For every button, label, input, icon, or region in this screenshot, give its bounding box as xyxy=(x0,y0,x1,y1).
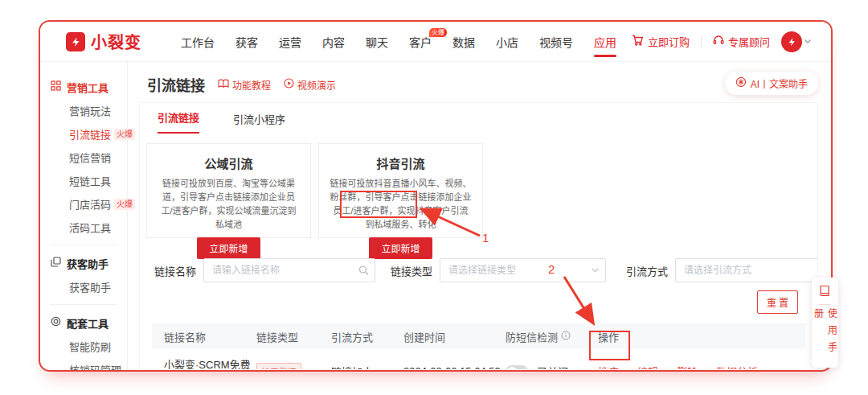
col-header-method: 引流方式 xyxy=(331,329,403,344)
sms-detection-toggle[interactable] xyxy=(506,365,528,370)
main-content: 引流链接 功能教程 视频演示 xyxy=(128,62,831,370)
delete-action[interactable]: 删除 xyxy=(677,364,698,369)
chevron-down-icon[interactable] xyxy=(591,268,600,274)
sidebar-section-marketing-tools[interactable]: 营销工具 xyxy=(40,75,127,99)
sidebar-divider xyxy=(50,245,117,245)
sidebar-item-livecode-tools[interactable]: 活码工具 xyxy=(40,216,127,239)
filter-method-label: 引流方式 xyxy=(626,263,668,278)
promo-cards: 公域引流 链接可投放到百度、淘宝等公域渠道，引导客户点击链接添加企业员工/进客户… xyxy=(140,134,817,238)
advisor-button[interactable]: 专属顾问 xyxy=(713,34,770,49)
copy-icon xyxy=(51,257,61,270)
info-icon[interactable] xyxy=(561,331,571,343)
promo-card-douyin-traffic: 抖音引流 链接可投放抖音直播小风车、视频、粉丝群，引导客户点击链接添加企业员工/… xyxy=(318,143,483,238)
order-now-button[interactable]: 立即订购 xyxy=(632,34,690,49)
col-header-type: 链接类型 xyxy=(256,329,331,344)
links-table: 链接名称 链接类型 引流方式 创建时间 防短信检测 操作 xyxy=(152,323,805,369)
brand-name: 小裂变 xyxy=(91,30,141,53)
add-public-link-button[interactable]: 立即新增 xyxy=(197,237,260,259)
video-demo-link[interactable]: 视频演示 xyxy=(284,78,336,92)
user-manual-tab[interactable]: 使用手册 xyxy=(812,278,838,368)
nav-item-content[interactable]: 内容 xyxy=(312,22,355,62)
sidebar-divider xyxy=(50,304,117,305)
chevron-down-icon xyxy=(804,39,812,44)
add-douyin-link-button[interactable]: 立即新增 xyxy=(369,237,432,259)
tutorial-link[interactable]: 功能教程 xyxy=(218,78,271,92)
sidebar-item-marketing-plays[interactable]: 营销玩法 xyxy=(40,99,127,122)
col-header-name: 链接名称 xyxy=(152,329,256,344)
nav-item-channels[interactable]: 视频号 xyxy=(529,22,583,62)
nav-item-workbench[interactable]: 工作台 xyxy=(170,22,225,62)
sidebar-item-sms-marketing[interactable]: 短信营销 xyxy=(40,146,127,169)
nav-item-acquisition[interactable]: 获客 xyxy=(225,22,268,62)
manual-book-icon xyxy=(819,285,831,299)
reset-button[interactable]: 重置 xyxy=(757,290,798,314)
nav-item-apps[interactable]: 应用 xyxy=(583,22,627,62)
link-name-input[interactable] xyxy=(203,258,375,282)
app-window: 小裂变 工作台 获客 运营 内容 聊天 客户 火爆 数据 小店 视频号 应用 xyxy=(39,20,833,372)
traffic-method-cell: 链接加人 xyxy=(331,364,403,369)
nav-item-operations[interactable]: 运营 xyxy=(268,22,312,62)
sidebar-item-verification-codes[interactable]: 核销码管理 xyxy=(40,358,127,372)
nav-item-chat[interactable]: 聊天 xyxy=(355,22,399,62)
content-panel: 引流链接 引流小程序 公域引流 链接可投放到百度、淘宝等公域渠道，引导客户点击链… xyxy=(139,102,818,369)
nav-item-data[interactable]: 数据 xyxy=(442,22,485,62)
page-title: 引流链接 xyxy=(147,74,205,95)
sidebar-item-acquisition-assistant[interactable]: 获客助手 xyxy=(40,275,127,298)
sms-status-label: 已关闭 xyxy=(537,364,568,369)
tab-bar: 引流链接 引流小程序 xyxy=(140,103,817,134)
edit-action[interactable]: 编辑 xyxy=(637,364,658,369)
cart-icon xyxy=(632,35,644,48)
tab-traffic-links[interactable]: 引流链接 xyxy=(158,109,199,134)
page-header: 引流链接 功能教程 视频演示 xyxy=(139,73,818,96)
topbar-divider xyxy=(701,36,702,47)
brand-logo[interactable]: 小裂变 xyxy=(66,30,141,53)
promo-title: 抖音引流 xyxy=(329,154,473,171)
brand-logo-icon xyxy=(66,32,85,51)
primary-nav: 工作台 获客 运营 内容 聊天 客户 火爆 数据 小店 视频号 应用 xyxy=(170,22,627,62)
sidebar-item-anti-fraud[interactable]: 智能防刷 xyxy=(40,335,127,358)
action-divider xyxy=(706,367,707,370)
tab-traffic-miniprogram[interactable]: 引流小程序 xyxy=(233,111,285,134)
toggle-knob xyxy=(507,367,517,370)
ai-icon xyxy=(735,76,747,90)
sidebar-section-support-tools[interactable]: 配套工具 xyxy=(40,311,127,335)
link-type-select[interactable] xyxy=(440,258,606,282)
top-navbar: 小裂变 工作台 获客 运营 内容 聊天 客户 火爆 数据 小店 视频号 应用 xyxy=(40,22,831,62)
promote-action[interactable]: 推广 xyxy=(598,364,619,369)
book-icon xyxy=(218,79,229,91)
active-nav-underline xyxy=(594,55,616,57)
filter-name-label: 链接名称 xyxy=(154,263,196,278)
promo-card-public-traffic: 公域引流 链接可投放到百度、淘宝等公域渠道，引导客户点击链接添加企业员工/进客户… xyxy=(146,143,311,238)
table-header-row: 链接名称 链接类型 引流方式 创建时间 防短信检测 操作 xyxy=(152,323,805,349)
sidebar-section-acquisition-assistant[interactable]: 获客助手 xyxy=(40,251,127,275)
table-row: 小裂变·SCRM免费试用 抖音引流 链接加人 2024-03-06 15:04:… xyxy=(152,349,805,369)
account-menu[interactable] xyxy=(781,31,812,52)
action-divider xyxy=(628,367,628,370)
nav-item-customers[interactable]: 客户 火爆 xyxy=(399,22,442,62)
headset-icon xyxy=(713,35,724,48)
traffic-method-select[interactable] xyxy=(675,258,818,282)
sidebar-item-store-livecode[interactable]: 门店活码 火爆 xyxy=(40,192,127,216)
play-circle-icon xyxy=(284,78,294,91)
manual-divider xyxy=(819,304,831,305)
col-header-sms: 防短信检测 xyxy=(506,329,558,344)
analytics-action[interactable]: 数据分析 xyxy=(716,364,758,369)
col-header-actions: 操作 xyxy=(598,329,805,344)
promo-description: 链接可投放抖音直播小风车、视频、粉丝群，引导客户点击链接添加企业员工/进客户群，… xyxy=(329,177,473,232)
screenshot-canvas: 小裂变 工作台 获客 运营 内容 聊天 客户 火爆 数据 小店 视频号 应用 xyxy=(0,0,868,395)
nav-item-shop[interactable]: 小店 xyxy=(485,22,529,62)
target-icon xyxy=(51,316,61,329)
created-time-cell: 2024-03-06 15:04:59 xyxy=(403,365,506,369)
manual-label: 使用手册 xyxy=(812,308,839,368)
filter-type-label: 链接类型 xyxy=(391,263,432,278)
grid-icon xyxy=(51,80,61,93)
sidebar: 营销工具 营销玩法 引流链接 火爆 短信营销 短链工具 门店活码 火爆 活码工具 xyxy=(40,62,128,370)
topbar-actions: 立即订购 专属顾问 xyxy=(632,31,812,52)
sidebar-item-traffic-links[interactable]: 引流链接 火爆 xyxy=(40,122,127,146)
avatar xyxy=(781,31,802,52)
reset-row: 重置 xyxy=(140,282,817,314)
ai-copywriter-button[interactable]: AI丨文案助手 xyxy=(725,72,818,95)
promo-title: 公域引流 xyxy=(157,154,301,171)
sidebar-item-shortlink-tools[interactable]: 短链工具 xyxy=(40,169,127,192)
search-icon[interactable] xyxy=(358,265,369,276)
